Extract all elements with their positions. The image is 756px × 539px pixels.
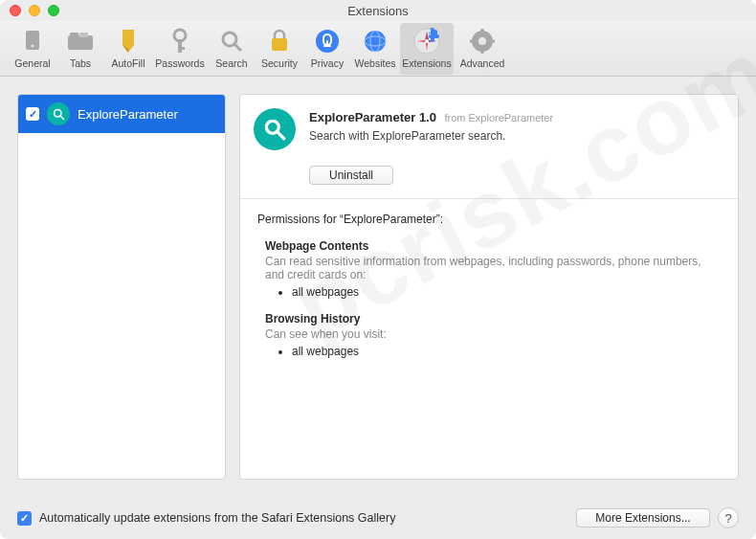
tab-websites[interactable]: Websites bbox=[352, 23, 398, 75]
tab-label: General bbox=[14, 57, 50, 69]
tab-label: Search bbox=[215, 57, 247, 69]
svg-line-24 bbox=[59, 115, 63, 119]
extension-list-item[interactable]: ✓ ExploreParameter bbox=[18, 95, 225, 133]
extension-large-icon bbox=[254, 108, 296, 150]
tab-tabs[interactable]: Tabs bbox=[57, 23, 103, 75]
permission-item: all webpages bbox=[292, 345, 721, 358]
tab-label: Advanced bbox=[460, 57, 505, 69]
auto-update-label: Automatically update extensions from the… bbox=[39, 511, 395, 525]
preferences-toolbar: General Tabs AutoFill Passwords Search bbox=[0, 21, 756, 77]
svg-point-18 bbox=[478, 37, 486, 45]
more-extensions-button[interactable]: More Extensions... bbox=[576, 508, 710, 528]
footer: ✓ Automatically update extensions from t… bbox=[0, 497, 756, 539]
extension-author: from ExploreParameter bbox=[444, 112, 553, 124]
svg-rect-4 bbox=[79, 33, 88, 37]
svg-rect-20 bbox=[481, 49, 484, 54]
detail-title-row: ExploreParameter 1.0 from ExploreParamet… bbox=[309, 108, 553, 125]
tab-autofill[interactable]: AutoFill bbox=[105, 23, 151, 75]
svg-rect-3 bbox=[70, 33, 78, 37]
content-area: ✓ ExploreParameter ExploreParameter 1.0 … bbox=[0, 77, 756, 497]
tabs-icon bbox=[66, 27, 95, 56]
preferences-window: Extensions General Tabs AutoFill Passwor… bbox=[0, 0, 756, 539]
extension-title: ExploreParameter 1.0 bbox=[309, 110, 436, 124]
permission-group-webpage-contents: Webpage Contents Can read sensitive info… bbox=[257, 239, 721, 299]
autofill-icon bbox=[114, 27, 143, 56]
svg-rect-6 bbox=[178, 39, 182, 53]
tab-label: Security bbox=[261, 57, 298, 69]
extension-name-label: ExploreParameter bbox=[78, 107, 178, 122]
extension-detail-panel: ExploreParameter 1.0 from ExploreParamet… bbox=[239, 94, 739, 480]
tab-label: Extensions bbox=[402, 57, 451, 69]
passwords-icon bbox=[166, 27, 194, 56]
tab-label: Websites bbox=[355, 57, 396, 69]
extension-enabled-checkbox[interactable]: ✓ bbox=[26, 107, 39, 121]
tab-extensions[interactable]: Extensions bbox=[400, 23, 454, 75]
permissions-heading: Permissions for “ExploreParameter”: bbox=[257, 213, 721, 226]
svg-line-9 bbox=[234, 44, 240, 50]
uninstall-button[interactable]: Uninstall bbox=[309, 166, 393, 185]
window-title: Extensions bbox=[0, 4, 756, 18]
permission-description: Can read sensitive information from webp… bbox=[265, 255, 721, 281]
permissions-section: Permissions for “ExploreParameter”: Webp… bbox=[240, 199, 738, 385]
auto-update-checkbox[interactable]: ✓ bbox=[17, 511, 32, 526]
svg-rect-21 bbox=[470, 40, 475, 43]
extensions-sidebar: ✓ ExploreParameter bbox=[17, 94, 226, 480]
permission-group-browsing-history: Browsing History Can see when you visit:… bbox=[257, 312, 721, 358]
titlebar: Extensions bbox=[0, 0, 756, 21]
permission-description: Can see when you visit: bbox=[265, 327, 721, 341]
detail-text: ExploreParameter 1.0 from ExploreParamet… bbox=[309, 108, 553, 143]
svg-point-16 bbox=[425, 39, 429, 43]
permission-list: all webpages bbox=[265, 285, 721, 299]
tab-privacy[interactable]: Privacy bbox=[304, 23, 350, 75]
uninstall-row: Uninstall bbox=[240, 162, 738, 198]
svg-rect-10 bbox=[272, 38, 287, 51]
tab-label: Tabs bbox=[70, 57, 91, 69]
svg-rect-19 bbox=[481, 29, 484, 34]
extensions-icon bbox=[412, 27, 441, 56]
extension-description: Search with ExploreParameter search. bbox=[309, 129, 553, 143]
permission-title: Browsing History bbox=[265, 312, 721, 326]
permission-list: all webpages bbox=[265, 345, 721, 358]
help-button[interactable]: ? bbox=[718, 507, 739, 528]
general-icon bbox=[18, 27, 47, 56]
tab-search[interactable]: Search bbox=[209, 23, 255, 75]
security-icon bbox=[265, 27, 294, 56]
tab-security[interactable]: Security bbox=[256, 23, 302, 75]
advanced-icon bbox=[468, 27, 497, 56]
extension-small-icon bbox=[47, 102, 70, 125]
search-icon bbox=[217, 27, 246, 56]
permission-title: Webpage Contents bbox=[265, 239, 721, 253]
svg-rect-7 bbox=[178, 47, 185, 50]
tab-passwords[interactable]: Passwords bbox=[153, 23, 207, 75]
detail-header: ExploreParameter 1.0 from ExploreParamet… bbox=[240, 95, 738, 162]
svg-line-26 bbox=[277, 131, 284, 139]
tab-general[interactable]: General bbox=[10, 23, 56, 75]
tab-label: Passwords bbox=[155, 57, 204, 69]
svg-point-12 bbox=[365, 31, 386, 52]
tab-advanced[interactable]: Advanced bbox=[456, 23, 509, 75]
websites-icon bbox=[361, 27, 389, 56]
svg-rect-2 bbox=[68, 35, 93, 50]
permission-item: all webpages bbox=[292, 285, 721, 299]
svg-rect-22 bbox=[490, 40, 495, 43]
tab-label: Privacy bbox=[311, 57, 344, 69]
svg-point-1 bbox=[32, 45, 34, 48]
privacy-icon bbox=[313, 27, 342, 56]
tab-label: AutoFill bbox=[111, 57, 145, 69]
